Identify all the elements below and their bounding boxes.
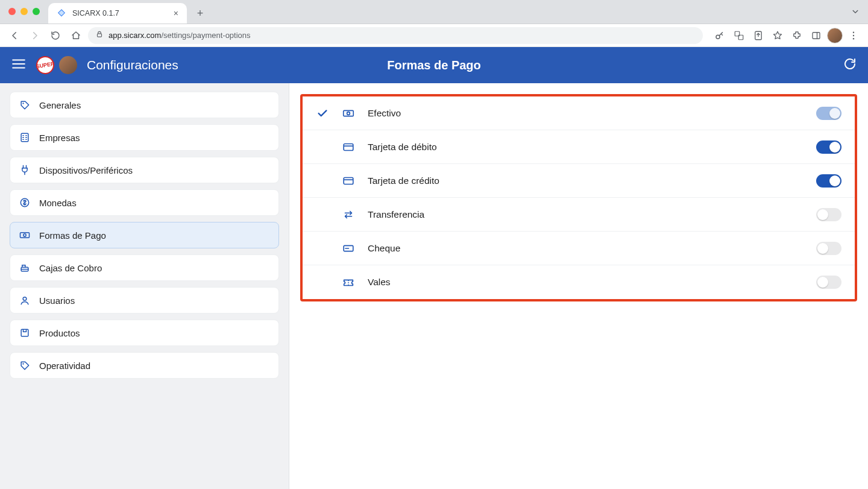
lock-icon [95,30,104,40]
transfer-icon [340,208,357,221]
sidebar-item-usuarios[interactable]: Usuarios [10,287,279,314]
voucher-icon [340,276,357,289]
default-indicator [316,107,329,120]
payment-row-tarjeta-de-cr-dito: Tarjeta de crédito [303,164,855,198]
brand-logo: SUPER [35,55,56,76]
payment-methods-panel: EfectivoTarjeta de débitoTarjeta de créd… [300,94,857,301]
new-tab-button[interactable]: + [192,5,209,22]
sidebar-item-productos[interactable]: Productos [10,320,279,346]
browser-tabstrip: SICARX 0.1.7 × + [0,0,868,24]
nav-forward-button[interactable] [27,27,43,44]
window-maximize-button[interactable] [33,8,40,15]
sidebar-item-label: Productos [39,328,80,338]
nav-home-button[interactable] [68,27,84,44]
payment-label: Tarjeta de crédito [368,175,439,186]
payment-label: Tarjeta de débito [368,142,437,153]
enable-toggle[interactable] [816,140,841,154]
app-menu-button[interactable] [11,56,27,74]
sidebar-item-operatividad[interactable]: Operatividad [10,352,279,379]
user-icon [19,294,31,306]
register-icon [19,262,31,274]
tag-icon [19,99,31,111]
user-avatar[interactable] [59,56,77,74]
sidebar-item-label: Cajas de Cobro [39,263,102,273]
cheque-icon [340,242,357,255]
check-icon [316,107,329,120]
payment-label: Vales [368,277,391,288]
content-area: EfectivoTarjeta de débitoTarjeta de créd… [289,83,868,489]
payment-row-transferencia: Transferencia [303,198,855,232]
window-minimize-button[interactable] [20,8,28,15]
payment-label: Efectivo [368,108,401,119]
payment-row-tarjeta-de-d-bito: Tarjeta de débito [303,130,855,164]
page-title: Formas de Pago [387,58,481,72]
payment-row-cheque: Cheque [303,232,855,265]
browser-toolbar: app.sicarx.com/settings/payment-options [0,24,868,47]
cash-icon [19,229,31,241]
enable-toggle[interactable] [816,276,841,289]
plug-icon [19,164,31,176]
sidebar-item-label: Dispositivos/Periféricos [39,165,133,175]
window-controls [0,0,48,24]
app-header: SUPER Configuraciones Formas de Pago [0,47,868,83]
brand-badges: SUPER [36,56,77,74]
passwords-button[interactable] [711,27,728,44]
enable-toggle[interactable] [816,242,841,255]
tab-close-button[interactable]: × [174,9,178,17]
share-button[interactable] [750,27,767,44]
sidebar-item-label: Usuarios [39,295,75,306]
profile-avatar[interactable] [827,28,843,43]
sidebar-item-monedas[interactable]: Monedas [10,189,279,216]
sidebar-item-label: Operatividad [39,361,90,371]
tab-title: SICARX 0.1.7 [72,9,119,17]
settings-sidebar: GeneralesEmpresasDispositivos/Periférico… [0,83,289,489]
bookmark-button[interactable] [769,27,786,44]
sidebar-item-generales[interactable]: Generales [10,92,279,118]
tab-favicon [57,8,66,18]
payment-label: Transferencia [368,209,424,220]
sidebar-item-label: Monedas [39,198,77,208]
sidebar-item-empresas[interactable]: Empresas [10,124,279,151]
sidebar-item-label: Formas de Pago [39,230,106,241]
sidebar-item-dispositivos-perif-ricos[interactable]: Dispositivos/Periféricos [10,157,279,183]
browser-menu-button[interactable] [845,27,862,44]
sidebar-item-label: Empresas [39,133,80,143]
payment-label: Cheque [368,243,400,254]
cash-icon [340,107,357,120]
enable-toggle[interactable] [816,174,841,188]
enable-toggle [816,107,841,120]
window-close-button[interactable] [8,8,16,15]
section-title: Configuraciones [87,58,178,72]
url-text: app.sicarx.com/settings/payment-options [108,31,251,40]
tag-icon [19,359,31,371]
card-icon [340,174,357,188]
side-panel-button[interactable] [808,27,825,44]
tabs-menu-button[interactable] [850,6,861,19]
enable-toggle[interactable] [816,208,841,221]
browser-tab[interactable]: SICARX 0.1.7 × [48,3,187,24]
payment-row-vales: Vales [303,265,855,299]
box-icon [19,327,31,339]
coin-icon [19,197,31,209]
payment-row-efectivo: Efectivo [303,96,855,130]
extensions-button[interactable] [788,27,805,44]
sidebar-item-formas-de-pago[interactable]: Formas de Pago [10,222,279,248]
sidebar-item-label: Generales [39,100,81,110]
building-icon [19,131,31,144]
nav-reload-button[interactable] [47,27,64,44]
refresh-button[interactable] [843,57,857,74]
card-icon [340,140,357,154]
translate-button[interactable] [731,27,747,44]
sidebar-item-cajas-de-cobro[interactable]: Cajas de Cobro [10,254,279,281]
nav-back-button[interactable] [6,27,23,44]
address-bar[interactable]: app.sicarx.com/settings/payment-options [88,27,703,44]
